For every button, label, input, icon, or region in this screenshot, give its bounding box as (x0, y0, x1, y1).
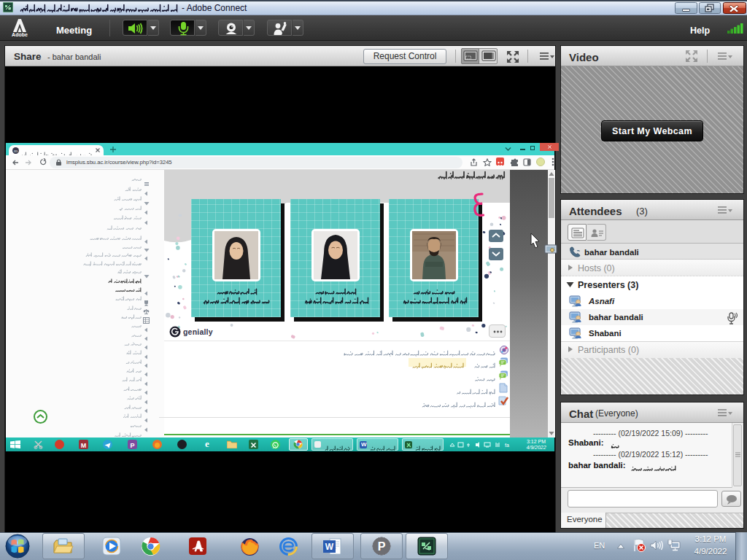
svg-text:fa: fa (505, 443, 509, 448)
svg-text:m: m (14, 149, 18, 153)
svg-text:P: P (378, 540, 386, 553)
svg-text:W: W (325, 542, 334, 552)
svg-text:e: e (205, 439, 209, 449)
svg-text:P: P (130, 442, 134, 449)
svg-text:M: M (81, 442, 87, 449)
